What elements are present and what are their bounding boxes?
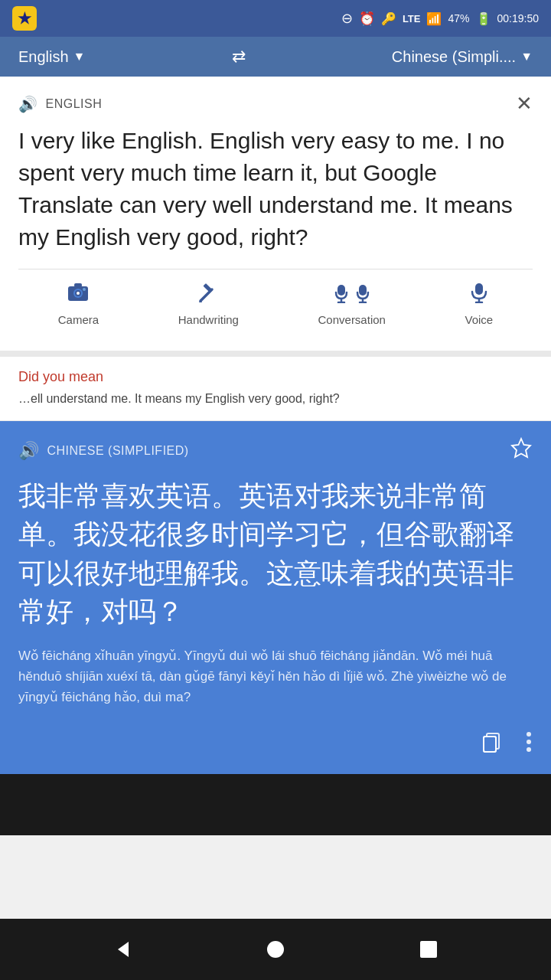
target-lang-selector[interactable]: Chinese (Simpli.... ▼ <box>392 48 533 66</box>
clear-input-button[interactable]: ✕ <box>516 92 533 116</box>
conversation-button[interactable]: Conversation <box>306 276 398 332</box>
svg-rect-27 <box>420 941 437 958</box>
conversation-icon <box>334 282 370 309</box>
svg-point-24 <box>527 747 531 752</box>
translation-header: 🔊 CHINESE (SIMPLIFIED) <box>18 436 533 465</box>
source-input-area: 🔊 ENGLISH ✕ I very like English. English… <box>0 77 551 351</box>
svg-marker-25 <box>118 942 129 957</box>
conversation-label: Conversation <box>318 313 386 326</box>
did-you-mean-title: Did you mean <box>18 369 533 385</box>
translation-result-area: 🔊 CHINESE (SIMPLIFIED) 我非常喜欢英语。英语对我来说非常简… <box>0 421 551 774</box>
app-icon: ★ <box>12 6 37 31</box>
voice-button[interactable]: Voice <box>452 276 505 332</box>
handwriting-button[interactable]: Handwriting <box>166 276 251 332</box>
source-text[interactable]: I very like English. English very easy t… <box>18 125 533 253</box>
romanized-text: Wǒ fēicháng xǐhuān yīngyǔ. Yīngyǔ duì wǒ… <box>18 645 533 708</box>
did-you-mean-section[interactable]: Did you mean …ell understand me. It mean… <box>0 357 551 421</box>
battery-icon: 🔋 <box>476 11 491 26</box>
svg-rect-9 <box>337 285 345 296</box>
svg-rect-12 <box>359 285 367 296</box>
lang-swap-button[interactable]: ⇄ <box>232 47 246 67</box>
handwriting-label: Handwriting <box>178 313 239 326</box>
source-lang-display: 🔊 ENGLISH <box>18 95 102 113</box>
save-translation-button[interactable] <box>510 436 533 465</box>
svg-line-7 <box>201 289 212 301</box>
target-lang-label: Chinese (Simpli.... <box>392 48 516 66</box>
copy-translation-button[interactable] <box>481 730 504 759</box>
did-you-mean-text: …ell understand me. It means my English … <box>18 390 533 408</box>
nav-bar-spacer <box>0 774 551 835</box>
svg-point-23 <box>527 740 531 744</box>
home-button[interactable] <box>256 930 295 969</box>
source-lang-header: 🔊 ENGLISH ✕ <box>18 92 533 116</box>
signal-icon: 📶 <box>426 11 442 26</box>
voice-label: Voice <box>465 313 493 326</box>
translation-action-buttons <box>18 730 533 759</box>
more-options-button[interactable] <box>525 730 533 759</box>
source-speaker-icon[interactable]: 🔊 <box>18 95 38 113</box>
translation-speaker-icon[interactable]: 🔊 <box>18 441 40 461</box>
status-bar-right: ⊖ ⏰ 🔑 LTE 📶 47% 🔋 00:19:50 <box>341 10 539 27</box>
svg-point-22 <box>527 732 531 737</box>
translation-lang-display: 🔊 CHINESE (SIMPLIFIED) <box>18 441 189 461</box>
status-bar: ★ ⊖ ⏰ 🔑 LTE 📶 47% 🔋 00:19:50 <box>0 0 551 37</box>
back-button[interactable] <box>103 930 142 969</box>
svg-marker-18 <box>512 439 530 457</box>
alarm-icon: ⏰ <box>359 11 375 27</box>
svg-rect-20 <box>484 737 496 752</box>
time-label: 00:19:50 <box>497 12 540 24</box>
language-bar: English ▼ ⇄ Chinese (Simpli.... ▼ <box>0 37 551 77</box>
battery-label: 47% <box>448 12 469 24</box>
recents-button[interactable] <box>409 930 448 969</box>
svg-point-5 <box>83 288 86 291</box>
svg-rect-15 <box>475 283 483 295</box>
translated-text: 我非常喜欢英语。英语对我来说非常简单。我没花很多时间学习它，但谷歌翻译可以很好地… <box>18 477 533 632</box>
svg-point-26 <box>267 941 284 958</box>
target-lang-dropdown-icon: ▼ <box>520 50 533 64</box>
vpn-key-icon: 🔑 <box>381 11 396 26</box>
voice-icon <box>470 282 488 309</box>
handwriting-icon <box>198 282 218 309</box>
camera-button[interactable]: Camera <box>46 276 111 332</box>
source-lang-label: English <box>18 48 69 66</box>
section-divider <box>0 351 551 357</box>
svg-rect-4 <box>74 283 82 287</box>
do-not-disturb-icon: ⊖ <box>341 10 353 27</box>
source-lang-selector[interactable]: English ▼ <box>18 48 85 66</box>
navigation-bar <box>0 919 551 980</box>
status-bar-left: ★ <box>12 6 37 31</box>
input-action-buttons: Camera Handwriting <box>18 269 533 338</box>
svg-point-3 <box>77 292 80 295</box>
camera-label: Camera <box>58 313 99 326</box>
camera-icon <box>67 282 90 309</box>
source-lang-text: ENGLISH <box>46 97 103 111</box>
network-type-label: LTE <box>403 13 421 24</box>
translation-lang-text: CHINESE (SIMPLIFIED) <box>47 444 189 458</box>
source-lang-dropdown-icon: ▼ <box>73 50 86 64</box>
